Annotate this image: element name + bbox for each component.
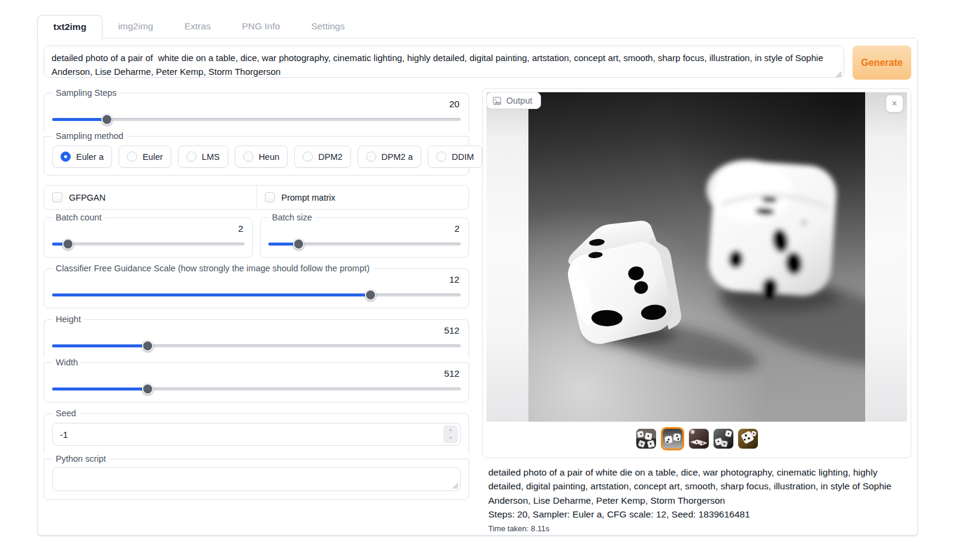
generation-info: detailed photo of a pair of white die on… — [482, 458, 911, 535]
output-thumbnail-1[interactable] — [636, 429, 656, 449]
height-slider[interactable] — [52, 340, 461, 352]
radio-checked-icon — [61, 152, 71, 162]
radio-icon — [436, 152, 446, 162]
python-script-group: Python script — [44, 454, 469, 500]
tab-settings[interactable]: Settings — [295, 15, 360, 38]
sampler-option-dpm2[interactable]: DPM2 — [294, 146, 350, 168]
width-slider[interactable] — [52, 383, 461, 395]
output-column: Output × — [482, 88, 911, 535]
radio-icon — [366, 152, 376, 162]
tab-extras[interactable]: Extras — [169, 15, 226, 38]
sampler-option-dpm2a[interactable]: DPM2 a — [358, 146, 421, 168]
sampling-method-group: Sampling method Euler a Euler LMS Heun D… — [44, 131, 469, 175]
tab-img2img[interactable]: img2img — [102, 15, 169, 38]
sampler-option-euler[interactable]: Euler — [119, 146, 171, 168]
settings-column: Sampling Steps 20 Sampling method Euler … — [44, 88, 469, 500]
batch-size-value: 2 — [268, 223, 461, 238]
stable-diffusion-webui: txt2img img2img Extras PNG Info Settings… — [37, 13, 918, 535]
output-thumbnail-5[interactable] — [738, 429, 758, 449]
seed-label: Seed — [52, 408, 80, 418]
batch-size-label: Batch size — [268, 213, 316, 222]
txt2img-panel: detailed photo of a pair of white die on… — [37, 38, 918, 535]
output-thumbnails — [486, 422, 907, 454]
height-group: Height 512 — [44, 314, 469, 358]
gfpgan-checkbox[interactable]: GFPGAN — [44, 186, 256, 209]
sampling-steps-slider[interactable] — [52, 114, 461, 125]
prompt-input[interactable]: detailed photo of a pair of white die on… — [44, 46, 844, 78]
batch-count-slider[interactable] — [52, 238, 244, 250]
generation-caption: detailed photo of a pair of white die on… — [488, 465, 904, 507]
seed-input[interactable] — [52, 423, 461, 446]
batch-size-group: Batch size 2 — [260, 213, 469, 258]
close-icon[interactable]: × — [886, 95, 903, 112]
batch-count-label: Batch count — [52, 213, 105, 222]
checkbox-icon — [52, 192, 62, 202]
cfg-scale-value: 12 — [52, 274, 461, 289]
tab-png-info[interactable]: PNG Info — [226, 15, 296, 38]
seed-group: Seed ⌃ ⌄ — [44, 408, 469, 454]
tab-txt2img[interactable]: txt2img — [37, 15, 102, 38]
cfg-scale-label: Classifier Free Guidance Scale (how stro… — [52, 264, 373, 273]
generation-time: Time taken: 8.11s — [488, 523, 904, 535]
python-script-input[interactable] — [52, 467, 461, 491]
width-label: Width — [52, 358, 81, 367]
prompt-matrix-checkbox[interactable]: Prompt matrix — [256, 186, 469, 209]
sampling-steps-group: Sampling Steps 20 — [44, 88, 469, 131]
output-thumbnail-3[interactable] — [689, 429, 709, 449]
image-icon — [492, 96, 501, 105]
sampler-option-lms[interactable]: LMS — [178, 146, 228, 168]
generate-button[interactable]: Generate — [853, 46, 911, 80]
width-value: 512 — [52, 368, 461, 383]
cfg-scale-group: Classifier Free Guidance Scale (how stro… — [44, 264, 469, 308]
batch-row: Batch count 2 Batch size 2 — [44, 213, 469, 258]
resize-handle-icon[interactable] — [835, 70, 842, 77]
sampler-option-heun[interactable]: Heun — [235, 146, 288, 168]
python-script-label: Python script — [52, 454, 110, 464]
radio-icon — [127, 152, 137, 162]
number-spinner[interactable]: ⌃ ⌄ — [443, 425, 458, 443]
width-group: Width 512 — [44, 358, 469, 402]
spinner-down-icon[interactable]: ⌄ — [448, 434, 453, 439]
radio-icon — [186, 152, 197, 162]
generation-params: Steps: 20, Sampler: Euler a, CFG scale: … — [488, 507, 904, 521]
height-value: 512 — [52, 325, 461, 340]
sampler-option-ddim[interactable]: DDIM — [428, 146, 482, 168]
prompt-row: detailed photo of a pair of white die on… — [44, 46, 911, 80]
batch-size-slider[interactable] — [268, 238, 461, 250]
tab-bar: txt2img img2img Extras PNG Info Settings — [37, 13, 918, 38]
resize-handle-icon[interactable] — [451, 482, 458, 489]
cfg-scale-slider[interactable] — [52, 289, 461, 301]
sampling-method-label: Sampling method — [52, 131, 127, 141]
output-image-stage — [486, 92, 907, 422]
sampler-option-euler-a[interactable]: Euler a — [52, 146, 112, 168]
sampling-steps-value: 20 — [52, 99, 461, 114]
generated-image[interactable] — [528, 92, 865, 422]
height-label: Height — [52, 314, 84, 324]
checkbox-icon — [265, 192, 275, 202]
output-thumbnail-2-selected[interactable] — [661, 427, 684, 450]
sampling-steps-label: Sampling Steps — [52, 88, 120, 98]
batch-count-group: Batch count 2 — [44, 213, 253, 258]
output-panel-label: Output — [506, 96, 533, 105]
output-panel: Output × — [482, 88, 911, 458]
radio-icon — [303, 152, 313, 162]
batch-count-value: 2 — [52, 223, 244, 238]
toggles-row: GFPGAN Prompt matrix — [44, 185, 469, 210]
output-panel-header: Output — [486, 92, 541, 109]
output-thumbnail-4[interactable] — [714, 429, 733, 449]
radio-icon — [243, 152, 253, 162]
